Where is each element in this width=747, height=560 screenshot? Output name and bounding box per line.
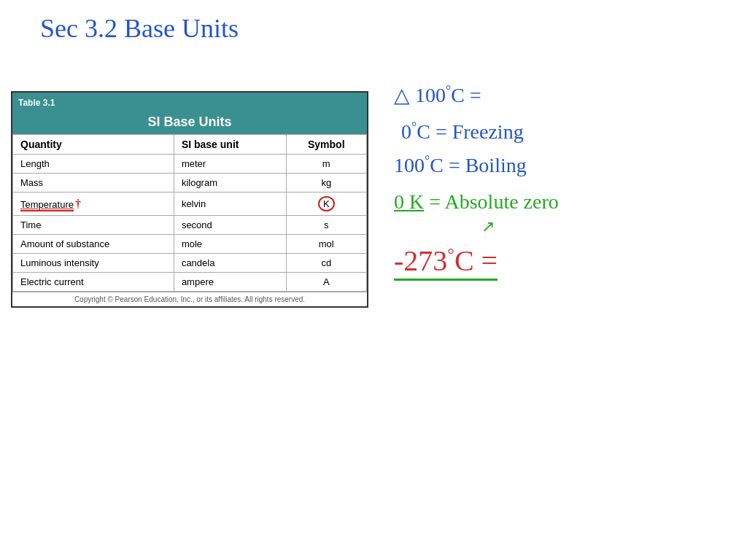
note-line-2: 0°C = Freezing [401,117,737,147]
symbol-electric: A [286,273,366,292]
quantity-length: Length [13,155,174,174]
table-row: Length meter m [13,155,367,174]
symbol-amount: mol [286,235,366,254]
symbol-mass: kg [286,174,366,192]
note-line-4: 0 K = Absolute zero [394,190,559,213]
unit-electric: ampere [174,273,286,292]
zero-kelvin-text: 0 K [394,190,424,213]
page-title: Sec 3.2 Base Units [40,13,239,44]
col-header-quantity: Quantity [13,135,174,155]
unit-length: meter [174,155,286,174]
degree-symbol-1: ° [446,83,451,98]
symbol-temperature: K [286,192,366,216]
symbol-time: s [286,216,366,235]
delta-symbol: △ [394,84,410,106]
quantity-electric: Electric current [13,273,174,292]
table-row: Mass kilogram kg [13,174,367,192]
quantity-time: Time [13,216,174,235]
col-header-unit: SI base unit [174,135,286,155]
unit-amount: mole [174,235,286,254]
table-row: Electric current ampere A [13,273,367,292]
degree-symbol-3: ° [425,153,430,168]
symbol-length: m [286,155,366,174]
table-row-temperature: Temperature† kelvin K [13,192,367,216]
table-row: Luminous intensity candela cd [13,254,367,273]
temperature-label: Temperature [20,199,74,210]
unit-temperature: kelvin [174,192,286,216]
col-header-symbol: Symbol [286,135,366,155]
absolute-zero-text: = Absolute zero [429,190,559,213]
unit-mass: kilogram [174,174,286,192]
note-line-3: 100°C = Boiling [394,150,737,181]
note-line-4-container: 0 K = Absolute zero ↗ [394,187,737,236]
arrow-note: ↗ [481,217,737,236]
symbol-luminous: cd [286,254,366,273]
si-base-units-table: Quantity SI base unit Symbol Length mete… [12,134,367,292]
minus273-text: -273°C = [394,244,498,281]
note-line-5-container: -273°C = [394,244,737,278]
table-row: Amount of substance mole mol [13,235,367,254]
table-title: SI Base Units [12,110,367,134]
table-row: Time second s [13,216,367,235]
degree-symbol-5: ° [447,245,454,264]
quantity-temperature: Temperature† [13,192,174,216]
quantity-mass: Mass [13,174,174,192]
si-table-container: Table 3.1 SI Base Units Quantity SI base… [11,91,368,308]
table-tab-label: Table 3.1 [12,96,61,110]
note-line-1: △ 100°C = [394,80,737,111]
unit-time: second [174,216,286,235]
quantity-luminous: Luminous intensity [13,254,174,273]
degree-symbol-2: ° [411,120,417,134]
handwritten-notes: △ 100°C = 0°C = Freezing 100°C = Boiling… [394,80,737,278]
unit-luminous: candela [174,254,286,273]
quantity-amount: Amount of substance [13,235,174,254]
copyright-text: Copyright © Pearson Education, Inc., or … [12,292,367,306]
kelvin-symbol-circled: K [318,196,335,211]
